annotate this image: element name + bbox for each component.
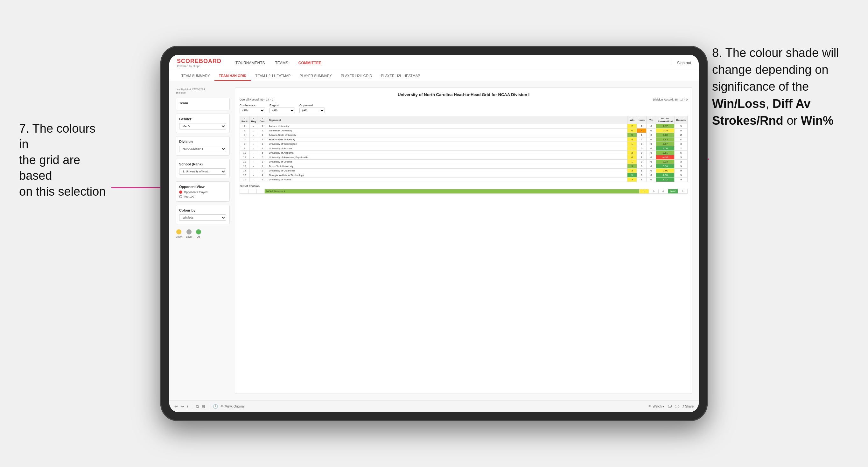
table-row: 2 - 1 Auburn University 2 1 0 1.67 9: [240, 124, 688, 128]
paste-icon[interactable]: ⊞: [202, 404, 205, 409]
out-div-win: 1: [639, 189, 649, 194]
logo-text: SCOREBOARD: [177, 58, 221, 65]
conference-label: Conference: [240, 104, 265, 107]
legend-dot-level: [186, 229, 191, 235]
toolbar-separator-1: [192, 404, 192, 409]
redo-icon[interactable]: ↪: [180, 404, 184, 409]
legend-dot-up: [196, 229, 201, 235]
legend-down: Down: [176, 229, 182, 238]
share-icon: ⤴: [682, 405, 684, 408]
filter-region: Region (All): [270, 104, 295, 113]
table-row: NCAA Division II 1 0 0 26.00 3: [240, 189, 688, 194]
expand-button[interactable]: ⛶: [676, 405, 679, 408]
table-row: 4 - 1 Arizona State University 5 1 0 2.2…: [240, 133, 688, 137]
comment-icon: 💬: [668, 405, 672, 408]
main-content: Last Updated: 27/03/2024 16:55:38 Team G…: [169, 81, 699, 400]
legend-row: Down Level Up: [176, 229, 230, 238]
radio-opponents-played[interactable]: Opponents Played: [179, 191, 226, 194]
region-label: Region: [270, 104, 295, 107]
radio-group: Opponents Played Top 100: [179, 191, 226, 198]
sign-out-link[interactable]: Sign out: [672, 61, 691, 65]
nav-teams[interactable]: TEAMS: [271, 59, 292, 67]
legend-up: Up: [196, 229, 201, 238]
table-row: 9 - 1 University of Arizona 1 0 0 9.00 2: [240, 146, 688, 151]
th-conf: #Conf: [258, 116, 267, 124]
th-win: Win: [627, 116, 637, 124]
forward-icon[interactable]: ⟩: [186, 404, 188, 409]
table-row: 14 - 2 University of Oklahoma 3 1 0 -1.0…: [240, 168, 688, 173]
toolbar-actions: 👁 Watch ▾ 💬 ⛶ ⤴ Share: [648, 405, 694, 408]
team-section: Team: [176, 98, 230, 111]
table-row: 6 - 2 Florida State University 4 2 0 1.8…: [240, 137, 688, 142]
colour-by-select[interactable]: Win/loss: [179, 214, 226, 221]
out-div-loss: 0: [649, 189, 658, 194]
annotation-left: 7. The colours in the grid are based on …: [19, 121, 108, 199]
logo-sub: Powered by clippd: [177, 65, 221, 68]
school-label: School (Rank): [179, 162, 226, 166]
sub-nav-player-summary[interactable]: PLAYER SUMMARY: [295, 71, 336, 81]
colour-by-label: Colour by: [179, 208, 226, 212]
sub-nav-player-h2h-grid[interactable]: PLAYER H2H GRID: [336, 71, 376, 81]
nav-committee[interactable]: COMMITTEE: [294, 59, 326, 67]
opponent-view-section: Opponent View Opponents Played Top 100: [176, 181, 230, 202]
view-icon: 👁: [220, 405, 224, 408]
radio-top100[interactable]: Top 100: [179, 195, 226, 198]
grid-subtitle: Overall Record: 89 - 17 - 0 Division Rec…: [240, 98, 688, 101]
tablet-screen: SCOREBOARD Powered by clippd TOURNAMENTS…: [169, 55, 699, 412]
table-row: 16 - 2 University of Florida 3 1 0 4.62 …: [240, 178, 688, 182]
filters-row: Conference (All) Region (All) Opponent: [240, 104, 688, 113]
view-original[interactable]: 👁 View: Original: [220, 405, 245, 408]
out-of-division-table: NCAA Division II 1 0 0 26.00 3: [240, 189, 688, 194]
division-section: Division NCAA Division I: [176, 136, 230, 156]
app-header: SCOREBOARD Powered by clippd TOURNAMENTS…: [169, 55, 699, 71]
out-division-name: NCAA Division II: [265, 189, 640, 194]
undo-icon[interactable]: ↩: [174, 404, 178, 409]
toolbar-separator-2: [209, 404, 209, 409]
sub-nav-player-h2h-heatmap[interactable]: PLAYER H2H HEATMAP: [376, 71, 425, 81]
clock-icon[interactable]: 🕐: [213, 404, 218, 409]
annotation-right: 8. The colour shade will change dependin…: [712, 44, 849, 129]
th-reg: #Reg: [249, 116, 258, 124]
table-row: 15 - 4 Georgia Institute of Technology 5…: [240, 173, 688, 178]
th-opponent: Opponent: [267, 116, 627, 124]
region-select[interactable]: (All): [270, 107, 295, 113]
gender-label: Gender: [179, 117, 226, 121]
share-button[interactable]: ⤴ Share: [682, 405, 694, 408]
conference-select[interactable]: (All): [240, 107, 265, 113]
table-row: 3 - 2 Vanderbilt University 0 4 0 -2.29 …: [240, 128, 688, 133]
comment-button[interactable]: 💬: [668, 405, 672, 408]
toolbar: ↩ ↪ ⟩ ⧉ ⊞ 🕐 👁 View: Original 👁 Watch ▾ 💬: [169, 400, 699, 412]
team-label: Team: [179, 101, 226, 105]
th-diff: Diff AvStrokes/Rnd: [656, 116, 675, 124]
sub-nav-team-h2h-grid[interactable]: TEAM H2H GRID: [214, 71, 251, 81]
out-div-rounds: 3: [678, 189, 688, 194]
th-rank: #Rank: [240, 116, 250, 124]
sub-nav-team-summary[interactable]: TEAM SUMMARY: [177, 71, 214, 81]
radio-dot-opponents: [179, 191, 182, 194]
sub-nav-team-h2h-heatmap[interactable]: TEAM H2H HEATMAP: [251, 71, 295, 81]
filter-opponent: Opponent (All): [300, 104, 325, 113]
gender-select[interactable]: Men's: [179, 123, 226, 129]
out-div-tie: 0: [658, 189, 668, 194]
filter-conference: Conference (All): [240, 104, 265, 113]
sidebar-panel: Last Updated: 27/03/2024 16:55:38 Team G…: [176, 88, 230, 394]
legend-level: Level: [186, 229, 192, 238]
copy-icon[interactable]: ⧉: [196, 404, 199, 409]
watch-chevron: ▾: [662, 405, 664, 408]
watch-button[interactable]: 👁 Watch ▾: [648, 405, 664, 408]
school-section: School (Rank) 1. University of Nort...: [176, 159, 230, 178]
last-updated: Last Updated: 27/03/2024 16:55:38: [176, 88, 230, 94]
opponent-filter-label: Opponent: [300, 104, 325, 107]
expand-icon: ⛶: [676, 405, 679, 408]
opponent-select[interactable]: (All): [300, 107, 325, 113]
colour-by-section: Colour by Win/loss: [176, 205, 230, 224]
division-select[interactable]: NCAA Division I: [179, 146, 226, 152]
grid-area: University of North Carolina Head-to-Hea…: [235, 88, 692, 394]
radio-dot-top100: [179, 195, 182, 198]
division-record: Division Record: 88 - 17 - 0: [653, 98, 688, 101]
table-row: 13 - 1 Texas Tech University 3 0 0 5.56 …: [240, 164, 688, 168]
out-of-division-label: Out of division: [240, 185, 688, 188]
th-loss: Loss: [637, 116, 647, 124]
school-select[interactable]: 1. University of Nort...: [179, 168, 226, 175]
nav-tournaments[interactable]: TOURNAMENTS: [231, 59, 269, 67]
